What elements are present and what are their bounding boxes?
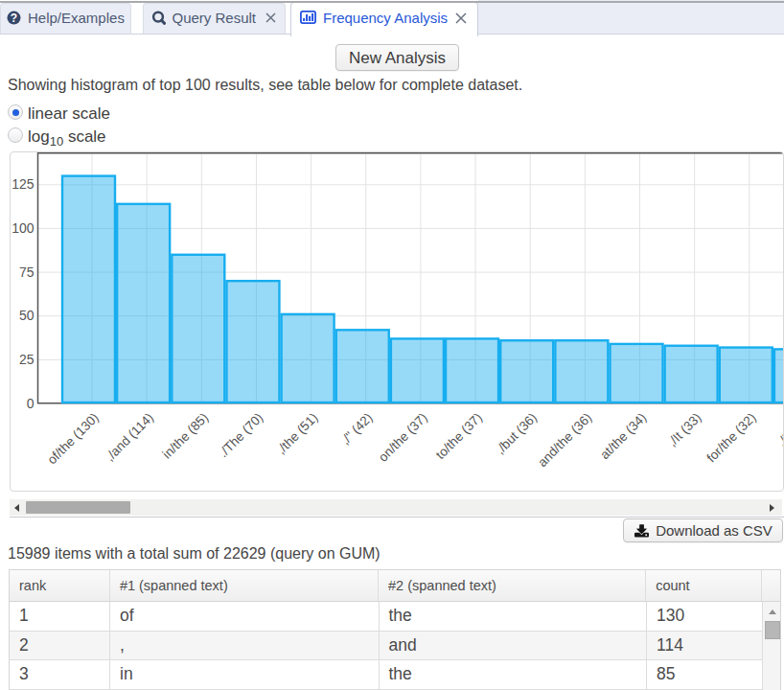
svg-text:./The (70): ./The (70)	[216, 410, 265, 460]
svg-text:to/the (37): to/the (37)	[433, 410, 485, 462]
svg-text:at/the (34): at/the (34)	[597, 410, 649, 462]
svg-text:,/" (42): ,/" (42)	[338, 410, 376, 448]
svg-text:75: 75	[19, 264, 35, 280]
svg-text:50: 50	[19, 308, 35, 323]
svg-text:100: 100	[12, 220, 35, 236]
svg-text:25: 25	[19, 352, 35, 367]
svg-text:,/If (31): ,/If (31)	[774, 410, 784, 449]
svg-text:,/It (33): ,/It (33)	[665, 410, 704, 449]
svg-text:?: ?	[11, 11, 17, 24]
svg-text:of/the (130): of/the (130)	[44, 410, 101, 467]
svg-text:125: 125	[12, 176, 35, 192]
svg-text:and/the (36): and/the (36)	[535, 410, 594, 470]
svg-text:0: 0	[27, 396, 35, 411]
svg-text:,/the (51): ,/the (51)	[274, 410, 321, 457]
svg-text:for/the (32): for/the (32)	[703, 410, 758, 465]
svg-text:,/and (114): ,/and (114)	[103, 410, 156, 464]
svg-text:on/the (37): on/the (37)	[376, 410, 430, 465]
svg-text:,/but (36): ,/but (36)	[493, 410, 540, 457]
svg-text:in/the (85): in/the (85)	[160, 410, 212, 462]
